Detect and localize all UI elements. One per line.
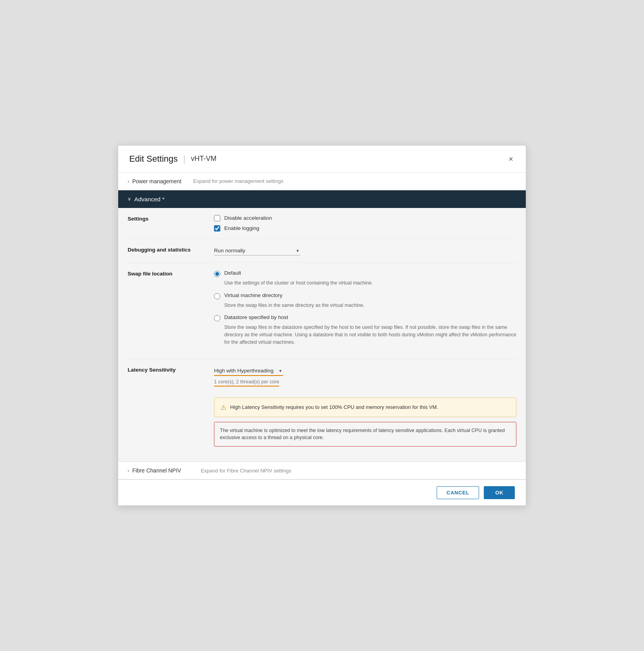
advanced-section: ∨ Advanced * Settings Disable accelerati… [118, 190, 526, 462]
settings-label: Settings [128, 215, 214, 222]
swap-vm-dir-radio[interactable] [214, 293, 220, 299]
disable-acceleration-row: Disable acceleration [214, 215, 516, 221]
ok-button[interactable]: OK [484, 486, 515, 499]
settings-controls: Disable acceleration Enable logging [214, 215, 516, 232]
debugging-select[interactable]: Run normally Record debugging informatio… [214, 246, 300, 255]
power-management-section: › Power management Expand for power mana… [118, 173, 526, 190]
dialog-body: › Power management Expand for power mana… [118, 173, 526, 480]
swap-default-label: Default [224, 270, 241, 276]
swap-datastore-label: Datastore specified by host [224, 314, 288, 320]
power-management-label: Power management [132, 178, 181, 184]
dialog-header: Edit Settings | vHT-VM × [118, 146, 526, 173]
swap-datastore-desc: Store the swap files in the datastore sp… [224, 324, 516, 346]
latency-row: Latency Sensitivity Normal Medium High H… [128, 359, 516, 454]
swap-file-label: Swap file location [128, 270, 214, 277]
swap-default-row: Default [214, 270, 516, 277]
advanced-section-title: Advanced * [134, 196, 165, 202]
warning-box: ⚠ High Latency Sensitivity requires you … [214, 398, 516, 417]
fibre-chevron-icon: › [128, 468, 129, 473]
advanced-section-content: Settings Disable acceleration Enable log… [118, 208, 526, 461]
latency-control: Normal Medium High High with Hyperthread… [214, 366, 516, 447]
disable-acceleration-label: Disable acceleration [224, 215, 272, 221]
latency-select[interactable]: Normal Medium High High with Hyperthread… [214, 366, 283, 376]
advanced-chevron-icon: ∨ [128, 196, 131, 202]
fibre-channel-description: Expand for Fibre Channel NPIV settings [201, 468, 291, 474]
debugging-row: Debugging and statistics Run normally Re… [128, 239, 516, 263]
swap-default-desc: Use the settings of the cluster or host … [224, 279, 516, 287]
settings-row: Settings Disable acceleration Enable log… [128, 208, 516, 239]
latency-label: Latency Sensitivity [128, 366, 214, 373]
swap-datastore-radio[interactable] [214, 315, 220, 321]
enable-logging-row: Enable logging [214, 225, 516, 232]
fibre-channel-section: › Fibre Channel NPIV Expand for Fibre Ch… [118, 462, 526, 480]
advanced-section-header[interactable]: ∨ Advanced * [118, 190, 526, 208]
power-chevron-icon: › [128, 179, 129, 184]
swap-datastore-row: Datastore specified by host [214, 314, 516, 321]
power-management-description: Expand for power management settings [193, 178, 284, 184]
warning-icon: ⚠ [221, 404, 226, 411]
latency-select-wrapper: Normal Medium High High with Hyperthread… [214, 366, 283, 376]
swap-vm-dir-row: Virtual machine directory [214, 292, 516, 299]
close-button[interactable]: × [507, 153, 515, 164]
enable-logging-label: Enable logging [224, 225, 259, 231]
swap-file-row: Swap file location Default Use the setti… [128, 263, 516, 359]
enable-logging-checkbox[interactable] [214, 225, 220, 232]
fibre-channel-header[interactable]: › Fibre Channel NPIV Expand for Fibre Ch… [118, 462, 526, 479]
edit-settings-dialog: Edit Settings | vHT-VM × › Power managem… [118, 145, 526, 506]
disable-acceleration-checkbox[interactable] [214, 215, 220, 221]
warning-text: High Latency Sensitivity requires you to… [230, 403, 438, 411]
dialog-title: Edit Settings [129, 154, 178, 164]
debugging-label: Debugging and statistics [128, 246, 214, 253]
dialog-divider: | [183, 154, 186, 164]
fibre-channel-label: Fibre Channel NPIV [132, 467, 181, 474]
debugging-control: Run normally Record debugging informatio… [214, 246, 516, 255]
swap-vm-dir-desc: Store the swap files in the same directo… [224, 302, 516, 309]
thread-info: 1 core(s), 2 thread(s) per core [214, 379, 279, 387]
dialog-subtitle: vHT-VM [191, 155, 216, 163]
debugging-select-wrapper: Run normally Record debugging informatio… [214, 246, 300, 255]
cancel-button[interactable]: CANCEL [437, 486, 479, 499]
swap-file-control: Default Use the settings of the cluster … [214, 270, 516, 352]
dialog-footer: CANCEL OK [118, 480, 526, 505]
info-box: The virtual machine is optimized to meet… [214, 422, 516, 447]
power-management-header[interactable]: › Power management Expand for power mana… [118, 173, 526, 190]
swap-vm-dir-label: Virtual machine directory [224, 292, 282, 298]
swap-default-radio[interactable] [214, 271, 220, 277]
